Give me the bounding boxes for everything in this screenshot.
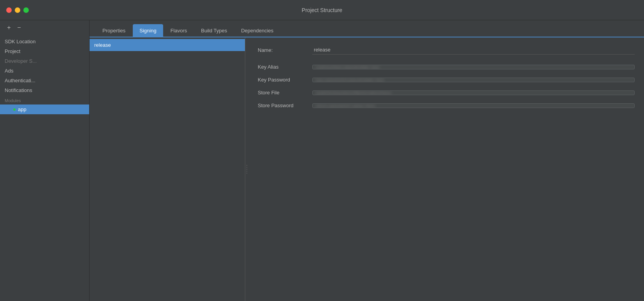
title-bar: Project Structure (0, 0, 644, 20)
signing-detail-form: Key Alias Key Password Store File (258, 64, 635, 108)
sidebar-toolbar: + − (0, 20, 89, 35)
add-button[interactable]: + (5, 23, 13, 32)
sidebar-item-app[interactable]: app (0, 104, 89, 114)
sidebar: + − SDK Location Project Developer S... … (0, 20, 90, 301)
main-layout: + − SDK Location Project Developer S... … (0, 20, 644, 301)
store-password-row: Store Password (258, 103, 635, 108)
panel-split: release Nam (90, 37, 644, 301)
store-password-label: Store Password (258, 103, 312, 108)
close-button[interactable] (6, 7, 12, 13)
signing-list-panel: release (90, 37, 245, 301)
sidebar-item-notifications[interactable]: Notifications (0, 85, 89, 95)
window-controls (6, 7, 29, 13)
key-alias-row: Key Alias (258, 64, 635, 70)
list-item-release[interactable]: release (90, 39, 245, 51)
key-alias-label: Key Alias (258, 64, 312, 70)
folder-icon (5, 107, 11, 112)
remove-button[interactable]: − (15, 23, 23, 32)
key-password-input[interactable] (312, 78, 635, 82)
store-file-input[interactable] (312, 90, 635, 95)
window-title: Project Structure (302, 7, 342, 13)
key-password-row: Key Password (258, 77, 635, 83)
content-area: Properties Signing Flavors Build Types D… (90, 20, 644, 301)
name-label: Name: (258, 47, 312, 53)
project-structure-window: Project Structure + − SDK Location Proje… (0, 0, 644, 301)
tabs-bar: Properties Signing Flavors Build Types D… (90, 20, 644, 37)
name-row: Name: (258, 45, 635, 55)
module-dot-icon (13, 108, 16, 111)
name-input[interactable] (312, 45, 635, 55)
store-file-label: Store File (258, 90, 312, 96)
tab-flavors[interactable]: Flavors (164, 24, 194, 37)
sidebar-item-sdk-location[interactable]: SDK Location (0, 37, 89, 46)
sidebar-item-developer-services[interactable]: Developer S... (0, 56, 89, 66)
tab-build-types[interactable]: Build Types (194, 24, 234, 37)
tab-signing[interactable]: Signing (133, 24, 163, 37)
signing-detail-panel: Name: Key Alias Key Password (248, 37, 644, 301)
key-password-label: Key Password (258, 77, 312, 83)
maximize-button[interactable] (23, 7, 29, 13)
modules-section-label: Modules (0, 95, 89, 104)
sidebar-nav: SDK Location Project Developer S... Ads … (0, 35, 89, 301)
tab-dependencies[interactable]: Dependencies (234, 24, 280, 37)
sidebar-item-project[interactable]: Project (0, 46, 89, 56)
minimize-button[interactable] (15, 7, 20, 13)
tab-properties[interactable]: Properties (96, 24, 132, 37)
key-alias-input[interactable] (312, 65, 635, 69)
store-file-row: Store File (258, 90, 635, 96)
divider-dots (246, 165, 247, 174)
store-password-input[interactable] (312, 103, 635, 108)
divider-handle[interactable] (245, 37, 248, 301)
sidebar-item-authentication[interactable]: Authenticati... (0, 76, 89, 85)
sidebar-item-ads[interactable]: Ads (0, 66, 89, 76)
